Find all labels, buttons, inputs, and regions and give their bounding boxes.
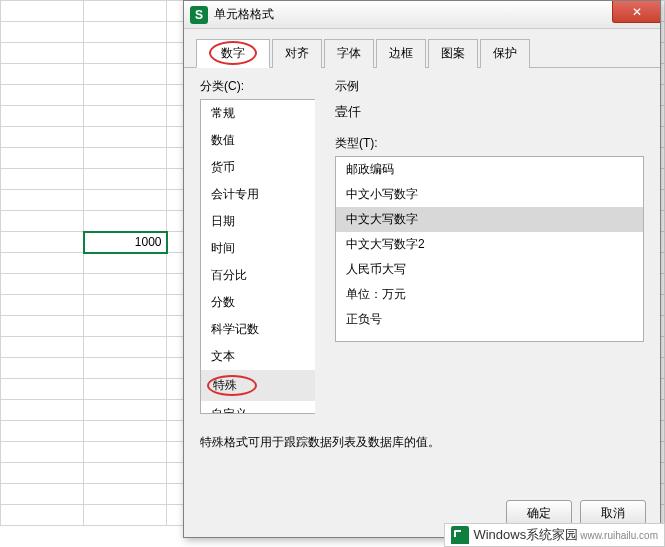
tab-protect[interactable]: 保护 [480,39,530,68]
type-postal[interactable]: 邮政编码 [336,157,643,182]
titlebar[interactable]: S 单元格格式 ✕ [184,1,660,29]
category-custom[interactable]: 自定义 [201,401,315,414]
category-list[interactable]: 常规 数值 货币 会计专用 日期 时间 百分比 分数 科学记数 文本 特殊 自定… [200,99,315,414]
windows-icon [451,526,469,544]
close-icon: ✕ [632,5,642,19]
example-value: 壹仟 [335,103,644,121]
type-cn-upper[interactable]: 中文大写数字 [336,207,643,232]
tab-pattern[interactable]: 图案 [428,39,478,68]
category-general[interactable]: 常规 [201,100,315,127]
format-description: 特殊格式可用于跟踪数据列表及数据库的值。 [184,424,660,461]
category-time[interactable]: 时间 [201,235,315,262]
type-cn-upper2[interactable]: 中文大写数字2 [336,232,643,257]
close-button[interactable]: ✕ [612,1,660,23]
type-unit-wan[interactable]: 单位：万元 [336,282,643,307]
example-label: 示例 [335,78,644,95]
type-list[interactable]: 邮政编码 中文小写数字 中文大写数字 中文大写数字2 人民币大写 单位：万元 正… [335,156,644,342]
type-plus-minus[interactable]: 正负号 [336,307,643,332]
dialog-title: 单元格格式 [214,6,274,23]
tab-font[interactable]: 字体 [324,39,374,68]
category-text[interactable]: 文本 [201,343,315,370]
category-number[interactable]: 数值 [201,127,315,154]
watermark: Windows系统家园 www.ruihailu.com [444,523,665,547]
category-accounting[interactable]: 会计专用 [201,181,315,208]
category-currency[interactable]: 货币 [201,154,315,181]
category-special-label: 特殊 [207,375,257,396]
cell-format-dialog: S 单元格格式 ✕ 数字 对齐 字体 边框 图案 保护 分类(C): 常规 数值… [183,0,661,538]
category-percent[interactable]: 百分比 [201,262,315,289]
type-label: 类型(T): [335,135,644,152]
category-fraction[interactable]: 分数 [201,289,315,316]
category-label: 分类(C): [200,78,315,95]
tab-number[interactable]: 数字 [196,39,270,68]
active-cell[interactable]: 1000 [84,232,167,253]
category-date[interactable]: 日期 [201,208,315,235]
type-rmb-upper[interactable]: 人民币大写 [336,257,643,282]
tab-border[interactable]: 边框 [376,39,426,68]
tab-align[interactable]: 对齐 [272,39,322,68]
app-icon: S [190,6,208,24]
category-special[interactable]: 特殊 [201,370,315,401]
type-cn-lower[interactable]: 中文小写数字 [336,182,643,207]
category-scientific[interactable]: 科学记数 [201,316,315,343]
watermark-text: Windows系统家园 [473,526,578,544]
watermark-url: www.ruihailu.com [580,530,658,541]
tab-number-label: 数字 [209,41,257,65]
tab-bar: 数字 对齐 字体 边框 图案 保护 [184,29,660,68]
